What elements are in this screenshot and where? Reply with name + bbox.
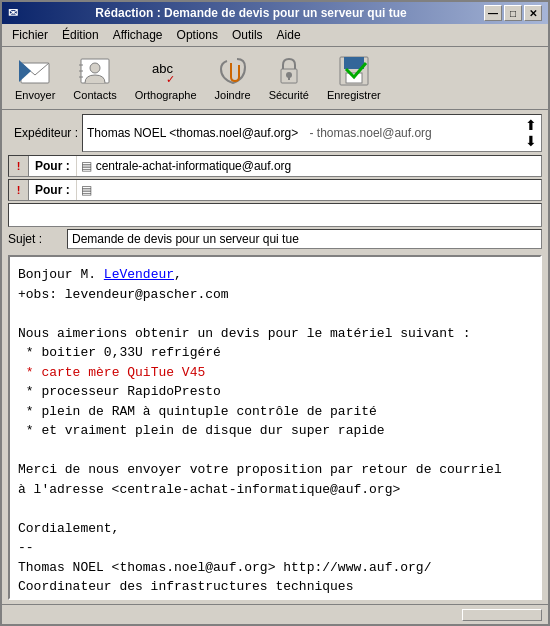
menu-edition[interactable]: Édition <box>56 26 105 44</box>
to2-value[interactable]: ▤ <box>77 180 541 200</box>
to2-row: ! Pour : ▤ <box>8 179 542 201</box>
menu-outils[interactable]: Outils <box>226 26 269 44</box>
contacts-button[interactable]: Contacts <box>66 51 123 105</box>
menu-aide[interactable]: Aide <box>271 26 307 44</box>
body-text: Bonjour M. LeVendeur, +obs: levendeur@pa… <box>18 265 532 600</box>
attach-label: Joindre <box>215 89 251 101</box>
header-fields: Expéditeur : Thomas NOEL <thomas.noel@au… <box>8 114 542 253</box>
title-bar: ✉ Rédaction : Demande de devis pour un s… <box>2 2 548 24</box>
to1-row: ! Pour : ▤ centrale-achat-informatique@a… <box>8 155 542 177</box>
item3-line: * processeur RapidoPresto <box>18 384 221 399</box>
send-button[interactable]: Envoyer <box>8 51 62 105</box>
security-icon <box>273 55 305 87</box>
expediteur-value: Thomas NOEL <thomas.noel@auf.org> - thom… <box>87 126 432 140</box>
save-icon <box>338 55 370 87</box>
spell-icon: abc ✓ <box>150 55 182 87</box>
merci-line: Merci de nous envoyer votre proposition … <box>18 462 502 477</box>
to2-label[interactable]: Pour : <box>29 180 77 200</box>
main-window: ✉ Rédaction : Demande de devis pour un s… <box>0 0 550 626</box>
security-label: Sécurité <box>269 89 309 101</box>
item4-line: * plein de RAM à quintuple contrôle de p… <box>18 404 377 419</box>
to2-priority-flag[interactable]: ! <box>9 180 29 200</box>
to1-email: centrale-achat-informatique@auf.org <box>96 159 292 173</box>
extra-to-area[interactable] <box>8 203 542 227</box>
expediteur-dropdown-icon[interactable]: ⬆⬇ <box>525 117 537 149</box>
to1-priority-flag[interactable]: ! <box>9 156 29 176</box>
maximize-button[interactable]: □ <box>504 5 522 21</box>
greeting: Bonjour M. LeVendeur, <box>18 267 182 282</box>
email-icon-1: ▤ <box>81 159 92 173</box>
attach-button[interactable]: Joindre <box>208 51 258 105</box>
save-label: Enregistrer <box>327 89 381 101</box>
close-button[interactable]: ✕ <box>524 5 542 21</box>
menu-options[interactable]: Options <box>171 26 224 44</box>
contacts-label: Contacts <box>73 89 116 101</box>
expediteur-field[interactable]: Thomas NOEL <thomas.noel@auf.org> - thom… <box>82 114 542 152</box>
item5-line: * et vraiment plein de disque dur super … <box>18 423 385 438</box>
expediteur-label: Expéditeur : <box>8 126 78 140</box>
svg-point-3 <box>90 63 100 73</box>
cordialement-line: Cordialement, <box>18 521 119 536</box>
attach-icon <box>217 55 249 87</box>
menu-affichage[interactable]: Affichage <box>107 26 169 44</box>
contacts-icon <box>79 55 111 87</box>
item1-line: * boitier 0,33U refrigéré <box>18 345 221 360</box>
email-body[interactable]: Bonjour M. LeVendeur, +obs: levendeur@pa… <box>8 255 542 600</box>
toolbar: Envoyer Contacts abc ✓ <box>2 47 548 110</box>
spell-button[interactable]: abc ✓ Orthographe <box>128 51 204 105</box>
send-icon <box>19 55 51 87</box>
status-bar <box>2 604 548 624</box>
save-button[interactable]: Enregistrer <box>320 51 388 105</box>
signature1-line: Thomas NOEL <thomas.noel@auf.org> http:/… <box>18 560 431 575</box>
window-controls: — □ ✕ <box>484 5 542 21</box>
signature3-line: Administration des ressources informatiq… <box>18 599 353 601</box>
menu-fichier[interactable]: Fichier <box>6 26 54 44</box>
to1-value[interactable]: ▤ centrale-achat-informatique@auf.org <box>77 156 541 176</box>
signature2-line: Coordinateur des infrastructures techniq… <box>18 579 353 594</box>
subject-label: Sujet : <box>8 232 63 246</box>
obs-line: +obs: levendeur@pascher.com <box>18 287 229 302</box>
security-button[interactable]: Sécurité <box>262 51 316 105</box>
scrollbar-thumb[interactable] <box>462 609 542 621</box>
intro-line: Nous aimerions obtenir un devis pour le … <box>18 326 470 341</box>
subject-row: Sujet : <box>8 229 542 249</box>
menu-bar: Fichier Édition Affichage Options Outils… <box>2 24 548 47</box>
subject-input[interactable] <box>67 229 542 249</box>
svg-text:✓: ✓ <box>166 73 175 85</box>
send-label: Envoyer <box>15 89 55 101</box>
minimize-button[interactable]: — <box>484 5 502 21</box>
app-icon: ✉ <box>8 6 18 20</box>
adresse-line: à l'adresse <centrale-achat-informatique… <box>18 482 400 497</box>
le-vendeur-link[interactable]: LeVendeur <box>104 267 174 282</box>
to1-label[interactable]: Pour : <box>29 156 77 176</box>
item2-line: * carte mère QuiTue V45 <box>18 365 205 380</box>
spell-label: Orthographe <box>135 89 197 101</box>
expediteur-secondary: - thomas.noel@auf.org <box>310 126 432 140</box>
email-icon-2: ▤ <box>81 183 92 197</box>
expediteur-row: Expéditeur : Thomas NOEL <thomas.noel@au… <box>8 114 542 152</box>
dashdash-line: -- <box>18 540 34 555</box>
window-title: Rédaction : Demande de devis pour un ser… <box>18 6 484 20</box>
